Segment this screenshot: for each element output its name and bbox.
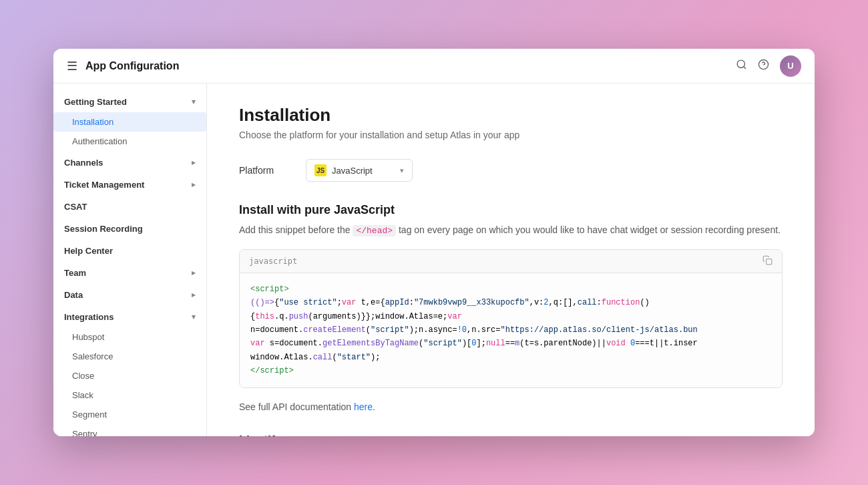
sidebar-section-header-getting-started[interactable]: Getting Started ▾ bbox=[53, 92, 206, 112]
sidebar-ticket-label: Ticket Management bbox=[64, 180, 144, 190]
sidebar-section-label: Getting Started bbox=[64, 97, 127, 107]
sidebar-help-label: Help Center bbox=[64, 246, 113, 256]
section1-desc-before: Add this snippet before the bbox=[239, 224, 353, 235]
sidebar-team-label: Team bbox=[64, 268, 86, 278]
app-title: App Configuration bbox=[85, 60, 179, 72]
code-content-1: <script> (()=>{"use strict";var t,e={app… bbox=[240, 273, 782, 387]
avatar[interactable]: U bbox=[780, 55, 801, 77]
section1-desc: Add this snippet before the </head> tag … bbox=[239, 222, 783, 238]
platform-select-chevron: ▾ bbox=[400, 166, 404, 175]
sidebar-item-salesforce[interactable]: Salesforce bbox=[53, 347, 206, 366]
platform-select[interactable]: JS JavaScript ▾ bbox=[306, 159, 413, 182]
sidebar-item-sentry[interactable]: Sentry bbox=[53, 424, 206, 436]
header-right: U bbox=[736, 55, 801, 77]
api-link-text: See full API documentation bbox=[239, 401, 354, 412]
sidebar-section-header-csat[interactable]: CSAT bbox=[53, 196, 206, 217]
sidebar-section-header-data[interactable]: Data ▸ bbox=[53, 285, 206, 305]
sidebar-item-slack[interactable]: Slack bbox=[53, 385, 206, 405]
sidebar-item-authentication[interactable]: Authentication bbox=[53, 132, 206, 151]
section2-title: Identify your users bbox=[239, 434, 783, 436]
sidebar-section-integrations: Integrations ▾ Hubspot Salesforce Close … bbox=[53, 307, 206, 436]
page-subtitle: Choose the platform for your installatio… bbox=[239, 130, 783, 140]
sidebar-item-close[interactable]: Close bbox=[53, 366, 206, 385]
sidebar-section-channels: Channels ▸ bbox=[53, 152, 206, 173]
sidebar-section-header-team[interactable]: Team ▸ bbox=[53, 263, 206, 283]
header: ☰ App Configuration U bbox=[53, 49, 815, 84]
sidebar: Getting Started ▾ Installation Authentic… bbox=[53, 84, 207, 436]
body: Getting Started ▾ Installation Authentic… bbox=[53, 84, 815, 436]
sidebar-session-label: Session Recording bbox=[64, 224, 143, 234]
sidebar-data-label: Data bbox=[64, 290, 83, 300]
help-icon[interactable] bbox=[758, 59, 769, 73]
javascript-icon: JS bbox=[314, 164, 327, 176]
platform-label: Platform bbox=[239, 165, 292, 176]
sidebar-section-header-integrations[interactable]: Integrations ▾ bbox=[53, 307, 206, 327]
sidebar-section-help-center: Help Center bbox=[53, 240, 206, 261]
sidebar-section-header-channels[interactable]: Channels ▸ bbox=[53, 152, 206, 173]
sidebar-section-session-recording: Session Recording bbox=[53, 218, 206, 239]
chevron-integrations: ▾ bbox=[192, 313, 196, 321]
page-title: Installation bbox=[239, 105, 783, 126]
sidebar-item-installation[interactable]: Installation bbox=[53, 112, 206, 132]
sidebar-section-csat: CSAT bbox=[53, 196, 206, 217]
platform-select-value: JavaScript bbox=[332, 166, 395, 176]
svg-point-0 bbox=[737, 60, 744, 67]
app-window: ☰ App Configuration U Getting Started ▾ … bbox=[53, 49, 815, 436]
api-link[interactable]: here bbox=[354, 401, 373, 412]
sidebar-integrations-label: Integrations bbox=[64, 312, 114, 322]
sidebar-section-header-help[interactable]: Help Center bbox=[53, 240, 206, 261]
api-link-row: See full API documentation here. bbox=[239, 401, 783, 412]
chevron-channels: ▸ bbox=[192, 158, 196, 167]
chevron-team: ▸ bbox=[192, 269, 196, 277]
menu-icon[interactable]: ☰ bbox=[67, 59, 77, 73]
api-link-suffix: . bbox=[373, 401, 375, 412]
platform-row: Platform JS JavaScript ▾ bbox=[239, 159, 783, 182]
main-content: Installation Choose the platform for you… bbox=[207, 84, 815, 436]
code-block-1-header: javascript bbox=[240, 250, 782, 273]
section1-title: Install with pure JavaScript bbox=[239, 203, 783, 217]
sidebar-csat-label: CSAT bbox=[64, 202, 87, 212]
search-icon[interactable] bbox=[736, 59, 747, 73]
header-left: ☰ App Configuration bbox=[67, 59, 179, 73]
copy-icon-1[interactable] bbox=[763, 255, 773, 267]
sidebar-section-getting-started: Getting Started ▾ Installation Authentic… bbox=[53, 92, 206, 151]
section1-code-tag: </head> bbox=[353, 225, 396, 236]
sidebar-item-segment[interactable]: Segment bbox=[53, 405, 206, 424]
svg-rect-3 bbox=[767, 259, 772, 264]
sidebar-section-team: Team ▸ bbox=[53, 263, 206, 283]
chevron-ticket: ▸ bbox=[192, 180, 196, 189]
chevron-data: ▸ bbox=[192, 291, 196, 299]
sidebar-channels-label: Channels bbox=[64, 158, 103, 168]
chevron-getting-started: ▾ bbox=[192, 98, 196, 106]
sidebar-section-header-ticket[interactable]: Ticket Management ▸ bbox=[53, 174, 206, 195]
section1-desc-after: tag on every page on which you would lik… bbox=[396, 224, 781, 235]
sidebar-section-header-session[interactable]: Session Recording bbox=[53, 218, 206, 239]
code-lang-1: javascript bbox=[249, 257, 297, 266]
sidebar-item-hubspot[interactable]: Hubspot bbox=[53, 327, 206, 347]
sidebar-section-data: Data ▸ bbox=[53, 285, 206, 305]
sidebar-section-ticket-management: Ticket Management ▸ bbox=[53, 174, 206, 195]
code-block-1: javascript <script> (()=>{"use strict";v… bbox=[239, 249, 783, 388]
